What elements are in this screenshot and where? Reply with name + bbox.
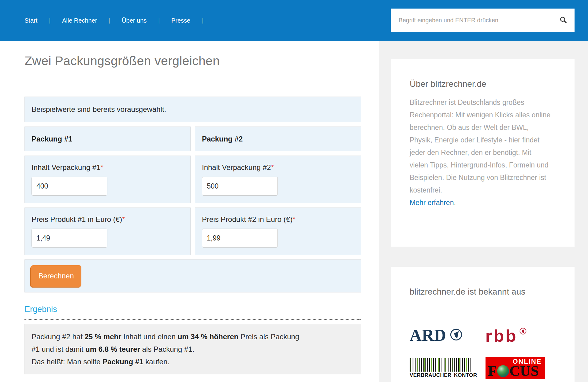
mehr-erfahren-link[interactable]: Mehr erfahren: [410, 199, 454, 207]
price-fields-row: Preis Produkt #1 in Euro (€)* Preis Prod…: [24, 208, 361, 255]
package-header-row: Packung #1 Packung #2: [24, 127, 361, 151]
rbb-circle-one-icon: [519, 327, 527, 336]
content-1-field-group: Inhalt Verpackung #1*: [24, 156, 191, 203]
focus-wordmark: F CUS: [488, 364, 539, 378]
required-marker: *: [271, 163, 274, 171]
rbb-logo: rbb: [486, 326, 556, 344]
globe-icon: [497, 365, 509, 377]
barcode-icon: [410, 358, 471, 372]
about-title: Über blitzrechner.de: [410, 79, 556, 89]
required-marker: *: [122, 215, 125, 223]
ard-logo: ARD: [410, 327, 480, 343]
submit-row: Berechnen: [24, 259, 361, 292]
required-marker: *: [101, 163, 103, 171]
example-values-notice: Beispielwerte sind bereits vorausgewählt…: [24, 97, 361, 122]
known-from-card: blitzrechner.de ist bekannt aus ARD rbb: [391, 267, 575, 382]
nav-link-start[interactable]: Start: [24, 17, 37, 24]
content-1-label: Inhalt Verpackung #1*: [32, 163, 184, 172]
result-line-2: Das heißt: Man sollte Packung #1 kaufen.: [32, 355, 308, 368]
verbraucher-kontor-wordmark: VERBRAUCHER KONTOR: [410, 372, 471, 378]
search-input[interactable]: [398, 17, 555, 24]
sidebar: Über blitzrechner.de Blitzrechner ist De…: [379, 41, 588, 382]
press-logo-grid: ARD rbb: [410, 326, 556, 379]
nav-separator: |: [109, 17, 110, 24]
rbb-wordmark: rbb: [486, 327, 518, 344]
content-2-input[interactable]: [202, 177, 278, 196]
price-2-field-group: Preis Produkt #2 in Euro (€)*: [195, 208, 361, 255]
nav-link-alle-rechner[interactable]: Alle Rechner: [62, 17, 97, 24]
link-period: .: [454, 199, 456, 207]
content-1-input[interactable]: [32, 177, 107, 196]
content-2-field-group: Inhalt Verpackung #2*: [195, 156, 361, 203]
known-from-title: blitzrechner.de ist bekannt aus: [410, 287, 556, 297]
result-line-1: Packung #2 hat 25 % mehr Inhalt und eine…: [32, 330, 308, 355]
price-2-label: Preis Produkt #2 in Euro (€)*: [202, 215, 354, 224]
nav-separator: |: [49, 17, 50, 24]
about-text: Blitzrechner ist Deutschlands großes Rec…: [410, 96, 551, 197]
price-1-field-group: Preis Produkt #1 in Euro (€)*: [24, 208, 191, 255]
result-box: Packung #2 hat 25 % mehr Inhalt und eine…: [24, 324, 361, 374]
price-1-input[interactable]: [32, 229, 107, 248]
nav-link-presse[interactable]: Presse: [171, 17, 190, 24]
package-1-header: Packung #1: [24, 127, 191, 151]
about-card: Über blitzrechner.de Blitzrechner ist De…: [391, 59, 575, 247]
nav-link-ueber-uns[interactable]: Über uns: [122, 17, 147, 24]
page-title: Zwei Packungsgrößen vergleichen: [24, 54, 220, 68]
verbraucher-kontor-logo: VERBRAUCHER KONTOR: [410, 358, 471, 378]
about-link-line: Mehr erfahren.: [410, 197, 556, 209]
content-2-label: Inhalt Verpackung #2*: [202, 163, 354, 172]
main-nav: Start | Alle Rechner | Über uns | Presse…: [24, 0, 203, 41]
price-1-label: Preis Produkt #1 in Euro (€)*: [32, 215, 184, 224]
search-button[interactable]: [559, 16, 567, 25]
top-navbar: Start | Alle Rechner | Über uns | Presse…: [0, 0, 588, 41]
site-search: [391, 9, 575, 32]
result-heading-link[interactable]: Ergebnis: [24, 305, 361, 320]
content-fields-row: Inhalt Verpackung #1* Inhalt Verpackung …: [24, 156, 361, 203]
calculate-button[interactable]: Berechnen: [31, 265, 81, 287]
nav-separator: |: [202, 17, 203, 24]
nav-separator: |: [158, 17, 160, 24]
price-2-input[interactable]: [202, 229, 278, 248]
package-2-header: Packung #2: [195, 127, 361, 151]
ard-wordmark: ARD: [410, 327, 446, 343]
ard-circle-one-icon: [449, 328, 463, 343]
search-icon: [559, 16, 567, 25]
calculator-form: Beispielwerte sind bereits vorausgewählt…: [24, 97, 361, 374]
focus-online-logo: ONLINE F CUS: [486, 357, 545, 379]
required-marker: *: [292, 215, 295, 223]
